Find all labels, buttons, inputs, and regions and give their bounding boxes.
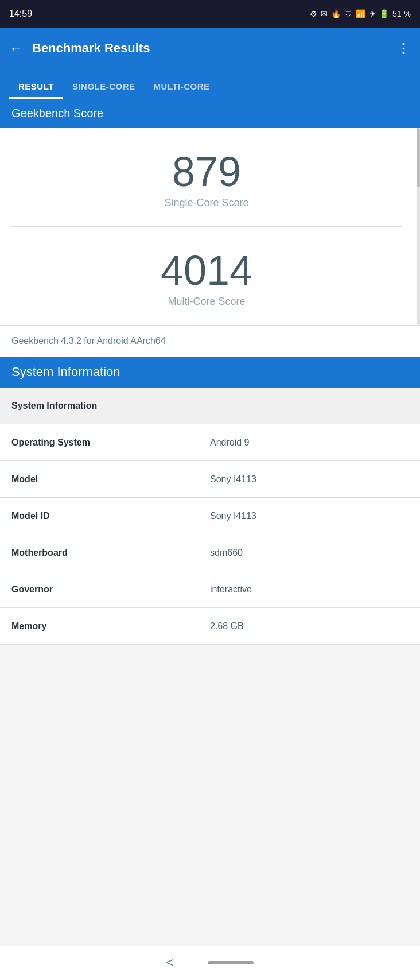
table-header-row: System Information xyxy=(0,388,420,424)
more-options-button[interactable]: ⋮ xyxy=(396,40,411,56)
model-id-label: Model ID xyxy=(11,511,210,521)
status-bar: 14:59 ⚙ ✉ 🔥 🛡 📶 ✈ 🔋 51 % xyxy=(0,0,420,28)
settings-icon: ⚙ xyxy=(310,9,317,18)
geekbench-section-title: Geekbench Score xyxy=(11,107,103,119)
multi-core-score-value: 4014 xyxy=(11,250,402,291)
battery-icon: 🔋 xyxy=(379,9,389,18)
table-row: Model Sony I4113 xyxy=(0,461,420,498)
model-id-value: Sony I4113 xyxy=(210,511,409,521)
single-core-score-block: 879 Single-Core Score xyxy=(0,128,413,226)
os-value: Android 9 xyxy=(210,437,409,448)
system-info-header: System Information xyxy=(0,357,420,388)
motherboard-value: sdm660 xyxy=(210,548,409,558)
table-row: Operating System Android 9 xyxy=(0,424,420,461)
os-label: Operating System xyxy=(11,437,210,448)
multi-core-score-block: 4014 Multi-Core Score xyxy=(0,227,413,325)
score-area: 879 Single-Core Score 4014 Multi-Core Sc… xyxy=(0,128,420,325)
scrollbar-thumb xyxy=(417,128,420,187)
system-info-table: System Information Operating System Andr… xyxy=(0,388,420,645)
table-row: Model ID Sony I4113 xyxy=(0,498,420,534)
tab-single-core[interactable]: SINGLE-CORE xyxy=(63,76,145,99)
nav-back-button[interactable]: < xyxy=(166,955,174,970)
multi-core-score-label: Multi-Core Score xyxy=(11,296,402,308)
tab-result[interactable]: RESULT xyxy=(9,76,63,99)
nav-home-pill[interactable] xyxy=(208,961,254,964)
tab-multi-core[interactable]: MULTI-CORE xyxy=(145,76,219,99)
memory-value: 2.68 GB xyxy=(210,621,409,632)
single-core-score-value: 879 xyxy=(11,151,402,192)
single-core-score-label: Single-Core Score xyxy=(11,197,402,209)
wifi-icon: 📶 xyxy=(356,9,365,18)
system-info-title: System Information xyxy=(11,365,120,379)
memory-label: Memory xyxy=(11,621,210,632)
status-icons: ⚙ ✉ 🔥 🛡 📶 ✈ 🔋 51 % xyxy=(310,9,411,18)
battery-percent: 51 % xyxy=(392,9,411,18)
version-text: Geekbench 4.3.2 for Android AArch64 xyxy=(0,325,420,357)
table-row: Memory 2.68 GB xyxy=(0,608,420,645)
model-label: Model xyxy=(11,474,210,485)
fire-icon: 🔥 xyxy=(331,9,341,18)
table-header-label: System Information xyxy=(11,401,409,411)
page-title: Benchmark Results xyxy=(32,41,396,56)
shield-icon: 🛡 xyxy=(344,9,352,18)
mail-icon: ✉ xyxy=(321,9,328,18)
scrollbar[interactable] xyxy=(417,128,420,325)
status-time: 14:59 xyxy=(9,9,32,19)
governor-label: Governor xyxy=(11,584,210,595)
app-header: ← Benchmark Results ⋮ xyxy=(0,28,420,69)
table-row: Motherboard sdm660 xyxy=(0,534,420,571)
geekbench-section-header: Geekbench Score xyxy=(0,99,420,128)
tab-bar: RESULT SINGLE-CORE MULTI-CORE xyxy=(0,69,420,99)
model-value: Sony I4113 xyxy=(210,474,409,485)
motherboard-label: Motherboard xyxy=(11,548,210,558)
back-button[interactable]: ← xyxy=(9,40,23,56)
nav-bar: < xyxy=(0,946,420,980)
governor-value: interactive xyxy=(210,584,409,595)
airplane-icon: ✈ xyxy=(369,9,376,18)
table-row: Governor interactive xyxy=(0,571,420,608)
